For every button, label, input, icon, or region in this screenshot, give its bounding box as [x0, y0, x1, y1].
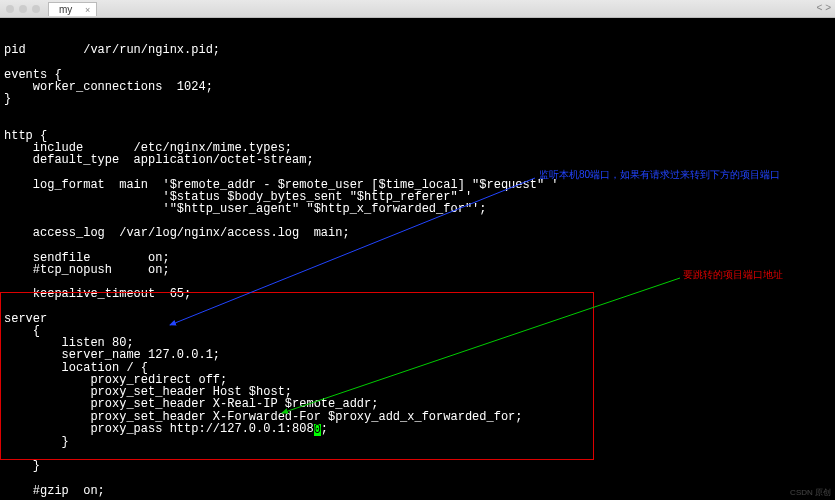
file-tab[interactable]: my ×	[48, 2, 97, 16]
terminal-content[interactable]: pid /var/run/nginx.pid; events { worker_…	[0, 18, 835, 500]
close-icon[interactable]: ×	[85, 5, 90, 15]
minimize-dot[interactable]	[19, 5, 27, 13]
watermark: CSDN 原创	[790, 487, 831, 498]
window-titlebar: my × < >	[0, 0, 835, 18]
annotation-proxy: 要跳转的项目端口地址	[683, 268, 783, 282]
maximize-dot[interactable]	[32, 5, 40, 13]
window-controls	[6, 5, 40, 13]
close-dot[interactable]	[6, 5, 14, 13]
menu-icon[interactable]: < >	[817, 2, 831, 13]
annotation-listen: 监听本机80端口，如果有请求过来转到下方的项目端口	[539, 168, 780, 182]
tab-label: my	[59, 4, 72, 15]
